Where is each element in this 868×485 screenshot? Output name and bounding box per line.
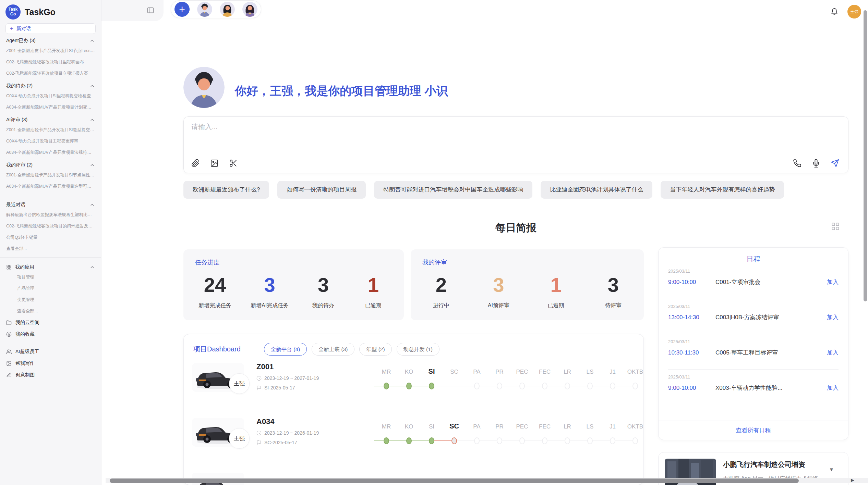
list-item[interactable]: Z001-全新燃油轻卡产品开发项目SI节点属性5D文件评审 — [5, 170, 96, 181]
sidebar-item-project-mgmt[interactable]: 项目管理 — [5, 272, 96, 283]
phone-call-icon[interactable] — [793, 159, 801, 167]
milestone-dot — [497, 437, 502, 444]
scroll-right-arrow[interactable]: ▶ — [851, 477, 854, 483]
schedule-name: C001-立项审批会 — [715, 278, 827, 286]
sidebar-collapse-button[interactable] — [147, 7, 154, 14]
sidebar: TaskGo TaskGo + 新对话 Agent已办 (3) Z001-全新燃… — [0, 0, 101, 485]
milestone-dot — [565, 437, 570, 444]
schedule-time: 10:30-11:30 — [668, 349, 715, 356]
list-item[interactable]: 解释最新出台的欧盟报废车法规再生塑料比例被调至15%... — [5, 209, 96, 221]
milestone-label: PEC — [516, 423, 528, 430]
vertical-scrollbar[interactable] — [864, 10, 867, 301]
sidebar-item-creative-draw[interactable]: 创意制图 — [5, 369, 96, 381]
section-ai-review[interactable]: AI评审 (3) — [5, 113, 96, 124]
milestone-dot — [587, 383, 593, 389]
send-icon[interactable] — [831, 159, 839, 167]
horizontal-scrollbar[interactable] — [110, 478, 799, 483]
milestone-dot — [519, 437, 525, 444]
list-item[interactable]: A034-全新新能源MUV产品开发项目造型可行性评审 — [5, 181, 96, 192]
milestone-label: OKTB — [627, 423, 643, 430]
scroll-down-indicator[interactable]: ▼ — [829, 467, 834, 472]
image-upload-icon[interactable] — [210, 159, 219, 167]
project-name: A034 — [256, 417, 319, 426]
sidebar-item-change-mgmt[interactable]: 变更管理 — [5, 294, 96, 306]
project-date-range: 2023-12-19 ~ 2026-01-19 — [264, 430, 319, 436]
filter-tab-upfit[interactable]: 全新上装 (3) — [312, 343, 354, 356]
divider — [0, 257, 101, 258]
stat-in-progress: 2 进行中 — [426, 274, 457, 309]
section-my-apps[interactable]: 我的应用 — [5, 260, 96, 272]
join-link[interactable]: 加入 — [827, 313, 839, 321]
filter-tab-platform[interactable]: 全新平台 (4) — [264, 343, 307, 356]
chevron-up-icon — [89, 162, 95, 168]
my-review-card: 我的评审 2 进行中 3 AI预评审 1 已逾期 3 待评审 — [411, 249, 644, 320]
list-item[interactable]: Z001-全新燃油轻卡产品开发项目SI造型提交物评审 — [5, 124, 96, 136]
milestone-label: MR — [382, 423, 391, 430]
milestone-label: PA — [473, 369, 480, 375]
schedule-name: C003|H0B-方案冻结评审 — [715, 313, 827, 321]
app-logo: TaskGo — [5, 4, 21, 20]
join-link[interactable]: 加入 — [827, 278, 839, 286]
filter-tab-powertrain[interactable]: 动总开发 (1) — [397, 343, 439, 356]
section-my-review[interactable]: 我的评审 (2) — [5, 158, 96, 170]
add-agent-button[interactable]: + — [174, 2, 190, 17]
suggestion-chip[interactable]: 欧洲新规最近颁布了什么? — [183, 181, 269, 199]
filter-tab-modelyear[interactable]: 年型 (2) — [359, 343, 391, 356]
milestone-dot — [474, 383, 480, 389]
milestone-dot — [519, 383, 525, 389]
sidebar-item-ai-employee[interactable]: AI超级员工 — [5, 346, 96, 358]
milestone-dot — [565, 383, 570, 389]
chat-input[interactable] — [191, 122, 841, 145]
agent-avatar[interactable] — [242, 2, 257, 17]
agent-avatar[interactable] — [197, 2, 212, 17]
list-item[interactable]: A034-全新新能源MUV产品开发项目计划变更表编写 — [5, 102, 96, 113]
list-item[interactable]: C0X4-动力总成开发项目SI里程碑提交物检查 — [5, 90, 96, 102]
section-my-todo[interactable]: 我的待办 (2) — [5, 79, 96, 90]
stat-review-overdue: 1 已逾期 — [541, 274, 571, 309]
list-item[interactable]: C02-飞腾新能源轻客改款项目里程碑画布 — [5, 57, 96, 68]
suggestion-chip[interactable]: 如何写一份清晰的项目周报 — [277, 181, 366, 199]
new-chat-button[interactable]: + 新对话 — [5, 23, 96, 34]
project-row[interactable]: 王强 Z001 2023-12-19 ~ 2027-01-19 SI-2025-… — [184, 358, 643, 413]
list-item[interactable]: C02-飞腾新能源轻客改款项目立项汇报方案 — [5, 68, 96, 79]
milestone-dot-current — [451, 437, 457, 444]
divider — [0, 343, 101, 343]
microphone-icon[interactable] — [812, 159, 820, 167]
milestone-label: LS — [587, 369, 594, 375]
schedule-item: 2025/03/11 13:00-14:30 C003|H0B-方案冻结评审 加… — [668, 299, 839, 334]
view-all-chats[interactable]: 查看全部... — [5, 243, 96, 254]
sidebar-item-product-mgmt[interactable]: 产品管理 — [5, 283, 96, 294]
chevron-up-icon — [89, 117, 95, 123]
suggestion-chip[interactable]: 比亚迪全固态电池计划具体说了什么 — [541, 181, 652, 199]
stat-new-ai-done: 3 新增AI完成任务 — [251, 274, 289, 309]
join-link[interactable]: 加入 — [827, 349, 839, 357]
attachment-icon[interactable] — [191, 159, 200, 167]
sidebar-item-favorites[interactable]: 我的收藏 — [5, 328, 96, 340]
schedule-time: 13:00-14:30 — [668, 314, 715, 321]
suggestion-chip[interactable]: 特朗普可能对进口汽车增税会对中国车企造成哪些影响 — [374, 181, 532, 199]
agent-avatar[interactable] — [220, 2, 235, 17]
user-avatar[interactable]: 王强 — [847, 5, 861, 18]
list-item[interactable]: 公司Q3轻卡销量 — [5, 232, 96, 243]
sidebar-item-help-write[interactable]: 帮我写作 — [5, 358, 96, 369]
suggestion-chip[interactable]: 当下年轻人对汽车外观有怎样的喜好趋势 — [661, 181, 784, 199]
milestone-label: SC — [450, 369, 458, 375]
star-icon — [6, 332, 12, 337]
list-item[interactable]: C02-飞腾新能源轻客改款项目的闭环通告反馈情况 — [5, 221, 96, 232]
section-recent-chats[interactable]: 最近对话 — [5, 198, 96, 209]
project-row[interactable]: 王强 A034 2023-12-19 ~ 2026-01-19 SC-2025-… — [184, 413, 643, 468]
view-all-apps[interactable]: 查看全部... — [5, 306, 96, 317]
schedule-item: 2025/03/11 9:00-10:00 C001-立项审批会 加入 — [668, 264, 839, 299]
list-item[interactable]: A034-全新新能源MUV产品开发项目法规符合性评审 — [5, 147, 96, 158]
section-agent-done[interactable]: Agent已办 (3) — [5, 34, 96, 45]
app-title: TaskGo — [25, 7, 96, 17]
milestone-dot — [474, 437, 480, 444]
list-item[interactable]: C0X4-动力总成开发项目工程变更评审 — [5, 136, 96, 147]
notification-bell-icon[interactable] — [831, 8, 838, 15]
list-item[interactable]: Z001-全新燃油皮卡产品开发项目SI节点Lesson Learn报告 — [5, 45, 96, 57]
join-link[interactable]: 加入 — [827, 384, 839, 392]
sidebar-item-cloud-space[interactable]: 我的云空间 — [5, 317, 96, 328]
layout-grid-icon[interactable] — [831, 222, 840, 231]
view-all-schedule-link[interactable]: 查看所有日程 — [659, 421, 848, 440]
scissors-icon[interactable] — [229, 159, 238, 167]
